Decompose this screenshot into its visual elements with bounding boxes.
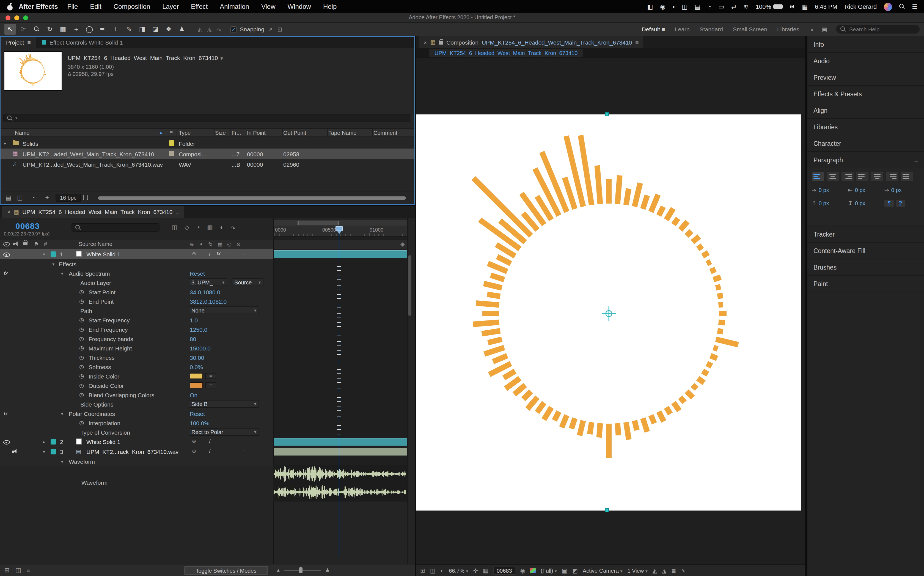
sidebar-panel-content-aware-fill[interactable]: Content-Aware Fill — [807, 243, 924, 259]
property-value[interactable]: 80 — [190, 336, 196, 342]
property-dropdown[interactable]: Side B▾ — [189, 400, 259, 408]
timeline-tab[interactable]: × ▦ UPM_KT254_6_Headed_West_Main_Track_K… — [2, 206, 184, 218]
parent-link-icon[interactable]: ▫ — [243, 448, 244, 454]
property-dropdown[interactable]: Rect to Polar▾ — [189, 428, 259, 436]
dock-grid-icon[interactable]: ▤ — [695, 3, 700, 10]
project-search-field[interactable]: ▾ — [3, 114, 410, 122]
bit-depth-button[interactable]: 16 bpc — [56, 194, 81, 202]
property-row-maximum-height[interactable]: ◷Maximum Height15000.0 — [0, 343, 415, 353]
quality-switch-icon[interactable]: / — [209, 251, 211, 257]
hand-tool[interactable]: ☞ — [18, 24, 29, 35]
sort-arrow-icon[interactable]: ▲ — [159, 130, 163, 134]
project-settings-icon[interactable]: ▤ — [5, 195, 11, 201]
stopwatch-icon[interactable]: ◷ — [79, 373, 84, 379]
timeline-vertical-scrollbar[interactable] — [408, 255, 411, 316]
frame-blend-icon[interactable]: ▥ — [207, 224, 213, 231]
quality-switch-icon[interactable]: / — [209, 438, 211, 445]
visibility-eye-icon[interactable] — [3, 440, 10, 446]
label-color-chip[interactable] — [169, 151, 174, 156]
reset-link[interactable]: Reset — [190, 410, 205, 417]
color-swatch[interactable] — [190, 373, 203, 379]
project-row[interactable]: ♫UPM_KT2...ded_West_Main_Track_Kron_6734… — [0, 159, 414, 170]
expand-layers-icon[interactable]: ⊞ — [5, 567, 10, 573]
timeline-search-input[interactable] — [83, 224, 144, 230]
indent-left-margin-value[interactable]: 0 px — [818, 187, 829, 193]
primary-viewer-icon[interactable]: ◫ — [430, 567, 436, 574]
layer-expand-arrow[interactable]: ▸ — [43, 440, 45, 445]
column-divider[interactable] — [167, 129, 167, 136]
property-row-path[interactable]: PathNone▾ — [0, 306, 415, 315]
sidebar-panel-character[interactable]: Character — [807, 135, 924, 152]
mini-flowchart-icon[interactable]: ◫ — [172, 224, 177, 231]
clone-stamp-tool[interactable]: ◨ — [136, 24, 148, 35]
close-tab-icon[interactable]: × — [424, 39, 427, 45]
channel-reset-icon[interactable]: ◐ — [440, 567, 444, 574]
twirl-arrow[interactable]: ▾ — [61, 459, 63, 464]
work-area-bar[interactable] — [273, 220, 407, 226]
label-color-chip[interactable] — [169, 140, 174, 146]
spotlight-search-icon[interactable] — [899, 4, 905, 10]
sidebar-panel-brushes[interactable]: Brushes — [807, 259, 924, 276]
layer-anchor-point[interactable] — [602, 306, 616, 321]
graph-editor-icon[interactable]: ∿ — [231, 224, 236, 231]
show-channels-icon[interactable] — [530, 568, 536, 573]
grid-guides-icon[interactable]: ▦ — [483, 567, 488, 574]
camera-dropdown[interactable]: Active Camera ▾ — [583, 568, 623, 574]
layer-color-chip[interactable] — [51, 251, 56, 257]
property-row-type-of-conversion[interactable]: Type of ConversionRect to Polar▾ — [0, 427, 415, 437]
transparency-grid-icon[interactable]: ◩ — [572, 567, 578, 574]
swap-icon[interactable]: ⇄ — [731, 3, 736, 10]
zoom-in-mountain-icon[interactable]: ▲ — [325, 566, 331, 573]
tab-project[interactable]: Project ≡ — [0, 37, 36, 48]
sidebar-panel-paragraph[interactable]: Paragraph≡ — [807, 152, 924, 168]
fast-previews-icon[interactable]: ◮ — [662, 567, 666, 574]
layer-color-chip[interactable] — [51, 439, 56, 445]
volume-icon[interactable] — [790, 4, 795, 9]
stopwatch-icon[interactable]: ◷ — [79, 345, 84, 351]
property-row-effects[interactable]: ▾Effects — [0, 259, 415, 269]
project-row[interactable]: ▸SolidsFolder — [0, 138, 414, 149]
property-row-interpolation[interactable]: ◷Interpolation100.0% — [0, 418, 415, 427]
direction-ltr-button[interactable]: ¶ — [884, 200, 894, 207]
property-row-outside-color[interactable]: ◷Outside Color= — [0, 381, 415, 390]
property-value[interactable]: 1250.0 — [190, 326, 207, 333]
collapse-switch-icon[interactable]: ⊕ — [192, 438, 196, 444]
stopwatch-icon[interactable]: ◷ — [79, 289, 84, 295]
color-options-icon[interactable]: = — [205, 382, 216, 389]
display-icon[interactable]: ◫ — [682, 3, 687, 10]
stopwatch-icon[interactable]: ◷ — [79, 354, 84, 360]
layer-duration-bar[interactable] — [273, 438, 407, 446]
fx-switch-icon[interactable]: fx — [217, 251, 221, 256]
composition-viewer[interactable] — [416, 58, 805, 565]
menu-view[interactable]: View — [255, 3, 281, 10]
interpret-footage-icon[interactable]: ✦ — [45, 195, 50, 201]
layer-row[interactable]: ▾3▤UPM_KT2...rack_Kron_673410.wav⊕/▫ — [0, 447, 415, 457]
property-value[interactable]: 15000.0 — [190, 345, 211, 352]
column-header-name[interactable]: Name — [15, 130, 29, 136]
clock-icon[interactable]: ◔ — [708, 3, 711, 10]
property-row-inside-color[interactable]: ◷Inside Color= — [0, 371, 415, 381]
workspace-panel-icon[interactable]: ▣ — [822, 26, 827, 32]
roto-brush-tool[interactable]: ❖ — [163, 24, 174, 35]
collapse-switch-icon[interactable]: ⊕ — [192, 448, 196, 454]
collapse-switch-icon[interactable]: ⊕ — [192, 251, 196, 256]
airplay-icon[interactable]: ▭ — [718, 3, 724, 10]
audio-layer-dropdown[interactable]: 3. UPM_▾ — [189, 278, 227, 286]
layer-row-left[interactable]: ▾3▤UPM_KT2...rack_Kron_673410.wav⊕/▫ — [0, 447, 273, 457]
workspace-more-button[interactable]: » — [805, 26, 818, 32]
source-name-column-header[interactable]: Source Name — [78, 242, 112, 247]
folder-expand-arrow[interactable]: ▸ — [4, 141, 6, 146]
layer-top-handle[interactable] — [605, 112, 609, 116]
menu-edit[interactable]: Edit — [84, 3, 107, 10]
layer-expand-arrow[interactable]: ▾ — [43, 450, 45, 454]
sidebar-panel-info[interactable]: Info — [807, 36, 924, 53]
sidebar-panel-libraries[interactable]: Libraries — [807, 119, 924, 135]
layer-duration-bar[interactable] — [273, 448, 407, 456]
comp-marker-icon[interactable]: ◈ — [400, 242, 404, 247]
column-divider[interactable] — [177, 129, 177, 136]
layer-name[interactable]: White Solid 1 — [86, 251, 120, 258]
app-status-icon-2[interactable]: ◉ — [660, 3, 665, 10]
project-row[interactable]: ▦UPM_KT2...aded_West_Main_Track_Kron_673… — [0, 149, 414, 159]
selected-item-name[interactable]: UPM_KT254_6_Headed_West_Main_Track_Kron_… — [68, 54, 224, 61]
column-divider[interactable] — [282, 129, 283, 136]
